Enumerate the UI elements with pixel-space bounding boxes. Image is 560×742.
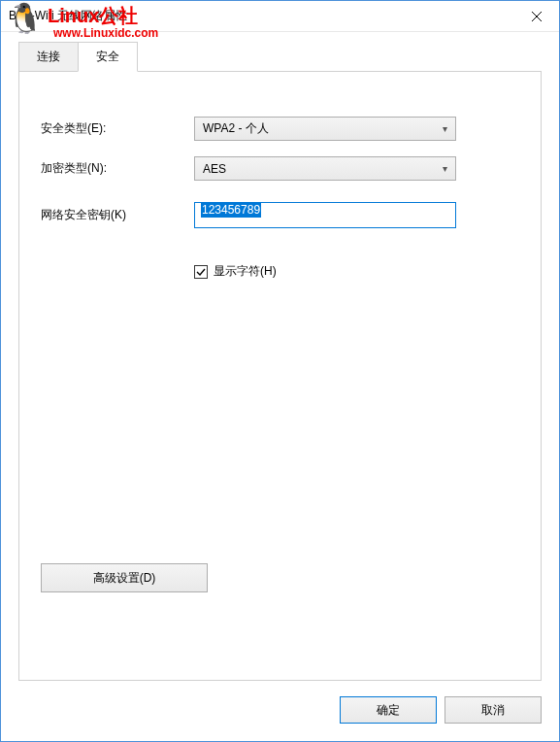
dialog-footer: 确定 取消 xyxy=(1,691,559,741)
chevron-down-icon: ▾ xyxy=(443,123,447,134)
close-icon xyxy=(532,12,542,21)
network-key-label: 网络安全密钥(K) xyxy=(41,207,194,223)
advanced-settings-button[interactable]: 高级设置(D) xyxy=(41,563,208,592)
cancel-button[interactable]: 取消 xyxy=(445,696,542,724)
tab-bar: 连接 安全 xyxy=(1,32,559,72)
show-chars-row[interactable]: 显示字符(H) xyxy=(194,263,519,280)
network-key-row: 网络安全密钥(K) 123456789 xyxy=(41,202,519,228)
security-type-select[interactable]: WPA2 - 个人 ▾ xyxy=(194,117,456,141)
security-type-label: 安全类型(E): xyxy=(41,120,194,137)
properties-dialog: B_X-Wifi 无线网络属性 🐧 Linux公社 www.Linuxidc.c… xyxy=(0,0,560,742)
close-button[interactable] xyxy=(514,1,559,31)
security-panel: 安全类型(E): WPA2 - 个人 ▾ 加密类型(N): AES ▾ 网络安全… xyxy=(18,71,542,681)
show-chars-checkbox[interactable] xyxy=(194,265,208,279)
encryption-type-row: 加密类型(N): AES ▾ xyxy=(41,156,519,181)
encryption-type-label: 加密类型(N): xyxy=(41,160,194,177)
titlebar: B_X-Wifi 无线网络属性 🐧 Linux公社 www.Linuxidc.c… xyxy=(1,1,559,32)
security-type-row: 安全类型(E): WPA2 - 个人 ▾ xyxy=(41,117,519,141)
check-icon xyxy=(196,267,206,277)
advanced-row: 高级设置(D) xyxy=(41,563,519,592)
security-type-value: WPA2 - 个人 xyxy=(203,120,443,137)
encryption-type-select[interactable]: AES ▾ xyxy=(194,156,456,181)
ok-button[interactable]: 确定 xyxy=(340,696,437,724)
network-key-value: 123456789 xyxy=(201,202,261,218)
encryption-type-value: AES xyxy=(203,162,443,176)
network-key-input[interactable]: 123456789 xyxy=(194,202,456,228)
window-title: B_X-Wifi 无线网络属性 xyxy=(9,8,514,24)
tab-connect[interactable]: 连接 xyxy=(18,42,79,72)
tab-security[interactable]: 安全 xyxy=(78,42,138,72)
show-chars-label: 显示字符(H) xyxy=(214,263,277,280)
chevron-down-icon: ▾ xyxy=(443,163,447,174)
